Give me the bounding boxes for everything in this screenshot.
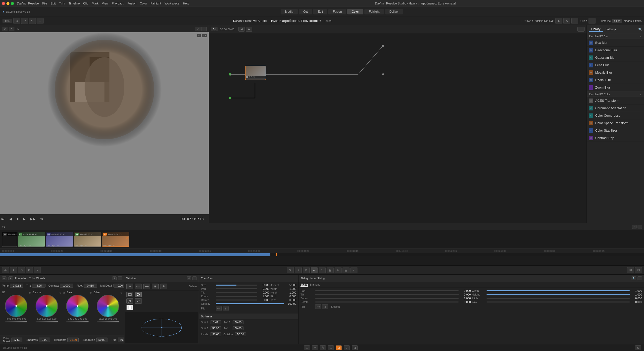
lib-item-lens-blur[interactable]: L Lens Blur [587,62,644,69]
cw-mode-btn[interactable]: ⊕ [2,276,6,280]
sb-deliver-btn[interactable]: ⊡ [352,345,358,350]
soft3-value[interactable]: 50.00 [210,326,222,330]
fx-color-collapse[interactable]: ▲ [640,93,642,96]
sizing-settings-btn[interactable]: ⋯ [638,276,642,280]
preview-tool2[interactable]: ✦ [9,26,14,31]
gain-reset-btn[interactable]: ⟲ [90,292,92,294]
undo-btn[interactable]: ↩ [21,18,28,24]
timeline-zoom-in[interactable]: + [632,225,636,229]
lift-dot[interactable] [16,305,17,307]
sizing-tab-sizing[interactable]: Sizing [300,283,308,286]
prev-frame-btn[interactable]: ◀ [8,216,13,222]
tilt-value[interactable]: 0.000 [258,291,270,294]
lib-item-color-space[interactable]: S Color Space Transform [587,120,644,127]
win-tool-flip-v[interactable]: ⟻ [143,284,150,289]
menu-clip[interactable]: Clip [83,2,88,5]
color-boost-value[interactable]: 17.50 [11,338,22,342]
sp-rotate-value[interactable]: 0.000 [460,300,471,304]
tilt-slider[interactable] [216,292,257,293]
zoom-control[interactable]: 45% [2,19,12,23]
saturation-value[interactable]: 50.00 [96,338,108,342]
sp-flip-v-btn[interactable]: ⥯ [322,304,328,309]
play-pause-btn[interactable]: ▶ [22,216,27,222]
menu-edit[interactable]: Edit [50,2,56,5]
color-circle-btn[interactable]: ○ [311,267,318,273]
settings-tab[interactable]: Settings [603,27,619,32]
cw-temp-value[interactable]: -2372.8 [10,284,24,288]
menu-davinci[interactable]: DaVinci Resolve [17,2,39,5]
node-next-btn[interactable]: ▶ [246,27,252,32]
redo-btn[interactable]: ↪ [29,18,36,24]
cw-settings-btn[interactable]: ⋯ [118,276,122,280]
sp-width-slider[interactable] [486,290,630,291]
library-tab[interactable]: Library [589,27,603,32]
sp-yaw-slider[interactable] [486,302,630,302]
flip-v-btn[interactable]: ⥯ [223,306,228,311]
menu-playback[interactable]: Playback [112,2,124,5]
soft1-value[interactable]: 2.07 [210,320,222,324]
cw-contrast-value[interactable]: 1.000 [60,284,74,288]
tab-media[interactable]: Media [280,9,298,14]
color-vectors-btn[interactable]: ❖ [334,267,342,273]
sp-height-value[interactable]: 1.000 [631,293,642,296]
sb-fairlight-btn[interactable]: ♪ [344,345,350,350]
sp-tilt-value[interactable]: 0.000 [460,293,471,296]
clip-02[interactable]: 02 09:36:12:44 V1 XAVC High L5.2 [18,232,45,247]
color-tool-3[interactable]: ⟲ [18,267,25,273]
more-btn[interactable]: ··· [571,18,578,24]
first-frame-btn[interactable]: ⏮ [0,216,6,222]
lib-item-box-blur[interactable]: B Box Blur [587,39,644,46]
fx-blur-collapse[interactable]: ▲ [640,35,642,38]
sb-color-btn[interactable]: ⊙ [336,345,342,350]
sp-yaw-value[interactable]: 0.000 [631,300,642,304]
sp-flip-h-btn[interactable]: ⟺ [315,304,321,309]
fx-blur-section[interactable]: Resolve FX Blur ▲ [587,33,644,39]
window-settings-btn[interactable]: ⋯ [192,276,197,280]
sizing-search-btn[interactable]: 🔍 [632,276,636,280]
color-bars-btn[interactable]: ▦ [326,267,334,273]
clips-tab[interactable]: Clips [612,19,622,23]
node-canvas[interactable]: 01 ✦ ✎ ☉ [209,33,586,223]
clip-04[interactable]: 04 09:40:25:06 V1 XAVC High L5.2 [74,232,101,247]
tab-cut[interactable]: Cut [299,9,312,14]
node-01[interactable]: 01 ✦ ✎ ☉ [245,66,266,80]
lib-item-color-stabilizer[interactable]: S Color Stabilizer [587,127,644,134]
zoom-value[interactable]: 1.000 [258,295,270,298]
menu-workspace[interactable]: Workspace [165,2,180,5]
width-value[interactable]: 1.000 [285,287,296,290]
menu-mark[interactable]: Mark [92,2,98,5]
sp-pan-slider[interactable] [315,290,459,291]
sb-media-btn[interactable]: ⊞ [304,345,310,350]
sp-tilt-slider[interactable] [315,294,459,295]
offset-dot[interactable] [107,305,109,307]
node-tab-active[interactable]: 01 [211,27,218,31]
sb-cut-btn[interactable]: ✂ [312,345,318,350]
sp-zoom-value[interactable]: 1.000 [460,297,471,300]
rotate-value[interactable]: 0.00 [258,298,270,302]
fx-color-section[interactable]: Resolve FX Color ▲ [587,91,644,97]
gain-wheel[interactable] [66,295,88,317]
timeline-progress[interactable] [0,253,644,256]
gamma-reset-btn[interactable]: ⟲ [59,292,61,294]
shape-circle-btn[interactable] [135,292,142,297]
offset-reset-btn[interactable]: ⟲ [120,292,122,294]
menu-view[interactable]: View [102,2,108,5]
sp-height-slider[interactable] [486,294,630,295]
lib-item-zoom-blur[interactable]: Z Zoom Blur [587,84,644,91]
window-eye-btn[interactable]: 👁 [187,276,191,280]
color-tool-2[interactable]: ✦ [10,267,17,273]
color-curves-btn[interactable]: ∿ [319,267,326,273]
gain-slider[interactable] [66,321,88,322]
transform-tool[interactable]: ⊕ [14,18,20,24]
color-magic-btn[interactable]: ✦ [295,267,302,273]
lift-reset-btn[interactable]: ⟲ [28,292,30,294]
color-cam-btn[interactable]: ⌖ [350,267,358,273]
lib-item-gaussian-blur[interactable]: G Gaussian Blur [587,54,644,62]
shape-freehand-btn[interactable] [135,298,142,304]
flip-h-btn[interactable]: ⟺ [216,306,222,311]
next-frame-btn[interactable]: ▶▶ [29,216,37,222]
zoom-slider[interactable] [216,296,257,297]
size-value[interactable]: 50.00 [258,284,270,286]
sp-pitch-value[interactable]: 0.000 [631,297,642,300]
sp-width-value[interactable]: 1.000 [631,289,642,292]
